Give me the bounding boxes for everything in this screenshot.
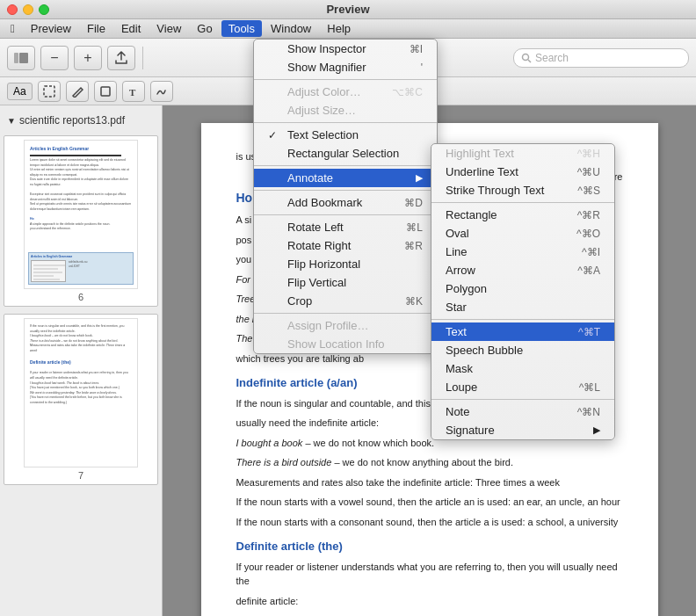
menu-bar:  Preview File Edit View Go Tools Window… bbox=[0, 19, 696, 39]
title-bar: Preview bbox=[0, 0, 696, 19]
asep1 bbox=[431, 202, 614, 203]
annotate-note[interactable]: Note ^⌘N bbox=[431, 402, 614, 421]
minimize-button[interactable] bbox=[23, 4, 33, 15]
sidebar-page-7[interactable]: If the noun is singular and countable, a… bbox=[4, 314, 158, 485]
menu-preview[interactable]: Preview bbox=[24, 20, 78, 37]
zoom-out-button[interactable]: − bbox=[40, 46, 69, 70]
annotate-loupe[interactable]: Loupe ^⌘L bbox=[431, 378, 614, 396]
tools-rect-selection[interactable]: Rectangular Selection bbox=[254, 144, 437, 163]
tools-menu-dropdown[interactable]: Show Inspector ⌘I Show Magnifier ' Adjus… bbox=[253, 39, 438, 354]
annotate-text[interactable]: Text ^⌘T bbox=[431, 322, 614, 341]
font-selector[interactable]: Aa bbox=[7, 83, 33, 100]
tools-crop[interactable]: Crop ⌘K bbox=[254, 292, 437, 310]
svg-rect-5 bbox=[101, 87, 110, 96]
asep2 bbox=[431, 319, 614, 320]
pdf-heading3: Definite article (the) bbox=[236, 538, 623, 555]
tools-show-location[interactable]: Show Location Info bbox=[254, 335, 437, 353]
annotate-star[interactable]: Star bbox=[431, 298, 614, 316]
pdf-ex5: If the noun starts with a consonant soun… bbox=[236, 515, 623, 530]
pdf-ex2: There is a bird outside – we do not know… bbox=[236, 455, 623, 470]
annotate-mask[interactable]: Mask bbox=[431, 359, 614, 378]
signature-icon bbox=[156, 85, 168, 98]
sidebar-file-label: ▼ scientific reports13.pdf bbox=[4, 112, 158, 128]
sep5 bbox=[254, 214, 437, 215]
menu-help[interactable]: Help bbox=[320, 20, 358, 37]
search-placeholder: Search bbox=[535, 52, 569, 64]
annotate-oval[interactable]: Oval ^⌘O bbox=[431, 224, 614, 243]
shape-tool[interactable] bbox=[94, 81, 117, 102]
search-box[interactable]: Search bbox=[513, 48, 689, 68]
search-icon bbox=[521, 53, 532, 63]
page-7-thumbnail: If the noun is singular and countable, a… bbox=[24, 318, 138, 467]
zoom-in-button[interactable]: + bbox=[74, 46, 102, 70]
apple-menu[interactable]:  bbox=[4, 20, 22, 37]
pdf-para3: If your reader or listener understands w… bbox=[236, 560, 623, 589]
menu-go[interactable]: Go bbox=[190, 20, 219, 37]
close-button[interactable] bbox=[7, 4, 18, 15]
window-title: Preview bbox=[326, 3, 369, 16]
annotate-polygon[interactable]: Polygon bbox=[431, 279, 614, 298]
tools-annotate[interactable]: Annotate ▶ bbox=[254, 169, 437, 187]
page-6-label: 6 bbox=[78, 292, 83, 302]
tools-text-selection[interactable]: ✓ Text Selection bbox=[254, 126, 437, 144]
signature-tool[interactable] bbox=[150, 81, 173, 102]
text-icon: T bbox=[127, 85, 140, 98]
annotate-signature[interactable]: Signature ▶ bbox=[431, 421, 614, 439]
tools-rotate-left[interactable]: Rotate Left ⌘L bbox=[254, 218, 437, 236]
font-label: Aa bbox=[13, 85, 26, 98]
svg-rect-1 bbox=[19, 53, 28, 63]
annotate-rectangle[interactable]: Rectangle ^⌘R bbox=[431, 206, 614, 224]
menu-view[interactable]: View bbox=[149, 20, 188, 37]
share-button[interactable] bbox=[107, 46, 135, 70]
svg-rect-4 bbox=[44, 86, 54, 97]
annotate-strikethrough[interactable]: Strike Through Text ^⌘S bbox=[431, 181, 614, 199]
text-tool[interactable]: T bbox=[122, 81, 145, 102]
menu-file[interactable]: File bbox=[80, 20, 112, 37]
page-6-thumbnail: Articles in English Grammar Lorem ipsum … bbox=[24, 140, 138, 289]
annotate-highlight[interactable]: Highlight Text ^⌘H bbox=[431, 144, 614, 163]
tools-adjust-size[interactable]: Adjust Size… bbox=[254, 101, 437, 120]
annotate-submenu-dropdown[interactable]: Highlight Text ^⌘H Underline Text ^⌘U St… bbox=[431, 143, 615, 440]
file-name: scientific reports13.pdf bbox=[19, 114, 125, 127]
toolbar-separator bbox=[142, 47, 143, 69]
pen-icon bbox=[71, 85, 83, 98]
shape-icon bbox=[99, 85, 112, 98]
sep4 bbox=[254, 190, 437, 191]
menu-edit[interactable]: Edit bbox=[114, 20, 148, 37]
signature-arrow: ▶ bbox=[593, 424, 600, 436]
pdf-para4: definite article: bbox=[236, 594, 623, 609]
tools-rotate-right[interactable]: Rotate Right ⌘R bbox=[254, 236, 437, 255]
check-placeholder2 bbox=[268, 62, 280, 74]
sidebar-toggle-button[interactable] bbox=[7, 46, 35, 70]
selection-tool[interactable] bbox=[38, 81, 61, 102]
annotate-arrow: ▶ bbox=[416, 172, 423, 184]
traffic-lights bbox=[7, 4, 49, 15]
sidebar-page-6[interactable]: Articles in English Grammar Lorem ipsum … bbox=[4, 135, 158, 307]
annotate-speech-bubble[interactable]: Speech Bubble bbox=[431, 341, 614, 359]
annotate-arrow[interactable]: Arrow ^⌘A bbox=[431, 261, 614, 279]
tools-flip-vertical[interactable]: Flip Vertical bbox=[254, 273, 437, 292]
menu-tools[interactable]: Tools bbox=[221, 20, 262, 37]
annotate-line[interactable]: Line ^⌘I bbox=[431, 243, 614, 261]
pdf-ex4: If the noun starts with a vowel sound, t… bbox=[236, 495, 623, 510]
tools-flip-horizontal[interactable]: Flip Horizontal bbox=[254, 255, 437, 273]
sep2 bbox=[254, 122, 437, 123]
selection-icon bbox=[43, 85, 55, 98]
pdf-ex3: Measurements and rates also take the ind… bbox=[236, 475, 623, 490]
svg-rect-0 bbox=[14, 53, 18, 63]
annotate-underline[interactable]: Underline Text ^⌘U bbox=[431, 163, 614, 181]
sep6 bbox=[254, 313, 437, 314]
sep3 bbox=[254, 165, 437, 166]
asep3 bbox=[431, 399, 614, 400]
tools-add-bookmark[interactable]: Add Bookmark ⌘D bbox=[254, 193, 437, 212]
tools-adjust-color[interactable]: Adjust Color… ⌥⌘C bbox=[254, 83, 437, 101]
pen-tool[interactable] bbox=[66, 81, 89, 102]
menu-window[interactable]: Window bbox=[264, 20, 318, 37]
tools-assign-profile[interactable]: Assign Profile… bbox=[254, 316, 437, 335]
tools-show-inspector[interactable]: Show Inspector ⌘I bbox=[254, 40, 437, 58]
fullscreen-button[interactable] bbox=[39, 4, 49, 15]
page-7-label: 7 bbox=[78, 470, 83, 481]
svg-line-3 bbox=[528, 60, 531, 62]
tools-show-magnifier[interactable]: Show Magnifier ' bbox=[254, 58, 437, 76]
sep1 bbox=[254, 79, 437, 80]
